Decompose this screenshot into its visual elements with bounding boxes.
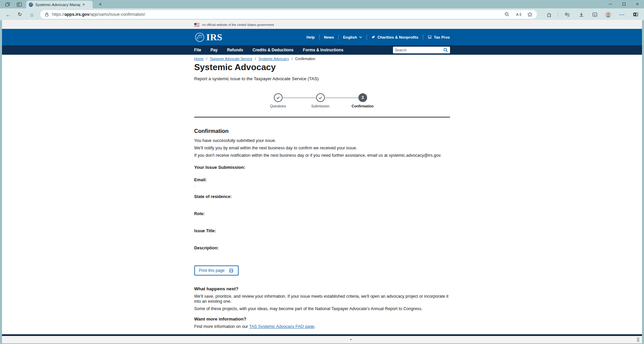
laptop-icon — [428, 35, 432, 39]
confirmation-text: We'll notify you by email within the nex… — [194, 146, 450, 151]
field-value-state — [194, 200, 450, 204]
printer-icon — [229, 268, 234, 273]
home-icon[interactable]: ⌂ — [29, 11, 35, 18]
scrollbar-corner[interactable] — [637, 337, 639, 342]
checkmark-icon — [276, 95, 281, 100]
page-title: Systemic Advocacy — [194, 62, 450, 72]
nav-item-file[interactable]: File — [194, 48, 201, 52]
favorites-bar-icon[interactable] — [564, 11, 571, 18]
workspaces-icon[interactable] — [4, 1, 11, 8]
what-next-heading: What happens next? — [194, 286, 450, 292]
toolbar-divider — [558, 12, 558, 17]
nav-item-forms-instructions[interactable]: Forms & Instructions — [303, 48, 344, 52]
more-info-text: Find more information on our TAS Systemi… — [194, 324, 450, 329]
refresh-icon[interactable]: ↻ — [16, 11, 23, 18]
window-close-button[interactable]: ✕ — [631, 0, 644, 8]
step-connector — [325, 98, 358, 98]
irs-site-header: IRS Help News English Charities & Nonpro… — [2, 29, 642, 45]
print-page-button[interactable]: Print this page — [194, 265, 239, 276]
read-aloud-icon[interactable]: A — [515, 11, 522, 17]
tab-close-icon[interactable]: ✕ — [82, 3, 85, 6]
field-label-email: Email: — [194, 178, 450, 183]
page-subtitle: Report a systemic issue to the Taxpayer … — [194, 76, 450, 81]
zoom-out-icon[interactable] — [504, 11, 510, 17]
nav-item-refunds[interactable]: Refunds — [227, 48, 243, 52]
extensions-icon[interactable] — [546, 11, 552, 18]
browser-essentials-icon[interactable]: e — [591, 11, 598, 18]
header-link-charities[interactable]: Charities & Nonprofits — [367, 35, 423, 39]
vertical-tabs-icon[interactable] — [16, 1, 22, 8]
back-icon[interactable]: ← — [5, 11, 11, 18]
field-label-role: Role: — [194, 211, 450, 216]
nav-item-credits-deductions[interactable]: Credits & Deductions — [253, 48, 294, 52]
step-label-confirmation: Confirmation — [352, 104, 374, 108]
field-label-state: State of residence: — [194, 194, 450, 199]
what-next-text: We'll save, prioritize, and review your … — [194, 294, 450, 304]
faq-link[interactable]: TAS Systemic Advocacy FAQ page — [249, 324, 314, 329]
window-minimize-button[interactable] — [604, 0, 617, 8]
header-utility-links: Help News English Charities & Nonprofits… — [302, 35, 450, 40]
page-viewport: An official website of the United States… — [2, 20, 642, 343]
language-selector[interactable]: English — [339, 35, 366, 39]
nav-item-pay[interactable]: Pay — [210, 48, 217, 52]
irs-logo-text: IRS — [206, 32, 222, 43]
site-info-lock-icon[interactable] — [44, 12, 49, 17]
step-connector — [283, 98, 316, 98]
chevron-down-icon — [359, 36, 362, 38]
svg-text:e: e — [594, 13, 596, 16]
field-label-issue-title: Issue Title: — [194, 229, 450, 234]
browser-tab-active[interactable]: Systemic Advocacy Management ✕ — [26, 1, 93, 8]
breadcrumb-systemic-advocacy[interactable]: Systemic Advocacy — [259, 57, 289, 61]
irs-eagle-icon — [194, 32, 205, 43]
us-flag-icon — [194, 23, 199, 27]
gov-banner: An official website of the United States… — [2, 20, 642, 29]
main-content: Home / Taxpayer Advocate Service / Syste… — [194, 57, 450, 329]
header-link-tax-pros[interactable]: Tax Pros — [423, 35, 450, 39]
header-link-news[interactable]: News — [319, 35, 338, 39]
section-divider — [194, 117, 450, 117]
step-confirmation-current: 3 — [358, 93, 367, 102]
progress-stepper: 3 Questions Submission Confirmation — [194, 89, 450, 109]
breadcrumb-tas[interactable]: Taxpayer Advocate Service — [210, 57, 252, 61]
step-label-questions: Questions — [270, 104, 286, 108]
what-next-text: Some of these projects, with your ideas,… — [194, 306, 450, 311]
irs-logo[interactable]: IRS — [194, 32, 222, 43]
horizontal-scrollbar[interactable]: ▲ — [2, 336, 642, 343]
checkmark-icon — [318, 95, 323, 100]
search-input[interactable] — [395, 48, 443, 52]
url-text[interactable]: https://apps.irs.gov/app/sams/issue-conf… — [52, 12, 145, 17]
browser-window: { "browser": { "tab": { "title": "System… — [0, 0, 644, 344]
field-value-issue-title — [194, 234, 450, 239]
gov-banner-text: An official website of the United States… — [202, 23, 274, 27]
header-link-help[interactable]: Help — [302, 35, 319, 39]
profile-avatar[interactable] — [605, 11, 611, 18]
tab-favicon-irs-icon — [29, 2, 33, 7]
step-label-submission: Submission — [311, 104, 329, 108]
address-bar[interactable]: https://apps.irs.gov/app/sams/issue-conf… — [40, 10, 537, 19]
sidebar-toggle-icon[interactable] — [632, 11, 639, 18]
window-maximize-button[interactable] — [617, 0, 631, 8]
scroll-marker-icon: ▲ — [350, 338, 352, 340]
favorite-star-icon[interactable] — [527, 11, 533, 17]
main-navigation: File Pay Refunds Credits & Deductions Fo… — [2, 45, 642, 55]
search-icon[interactable] — [443, 48, 448, 52]
field-value-role — [194, 217, 450, 222]
new-tab-icon[interactable]: + — [97, 1, 104, 8]
step-submission-complete — [316, 93, 325, 102]
breadcrumb-home[interactable]: Home — [194, 57, 204, 61]
tab-title: Systemic Advocacy Management — [35, 3, 80, 7]
downloads-icon[interactable] — [578, 11, 585, 18]
field-value-email: . — [194, 183, 450, 188]
more-info-heading: Want more information? — [194, 316, 450, 322]
site-search[interactable] — [393, 47, 450, 53]
step-questions-complete — [274, 93, 283, 102]
confirmation-text: If you don't receive notification within… — [194, 153, 450, 158]
confirmation-heading: Confirmation — [194, 128, 450, 134]
breadcrumb-current: Confirmation — [295, 57, 315, 61]
svg-text:A: A — [516, 12, 519, 16]
settings-menu-icon[interactable]: ··· — [619, 11, 626, 18]
submission-heading: Your Issue Submission: — [194, 165, 450, 170]
leaf-icon — [371, 35, 376, 39]
confirmation-text: You have successfully submitted your iss… — [194, 138, 450, 143]
field-value-description — [194, 251, 450, 256]
